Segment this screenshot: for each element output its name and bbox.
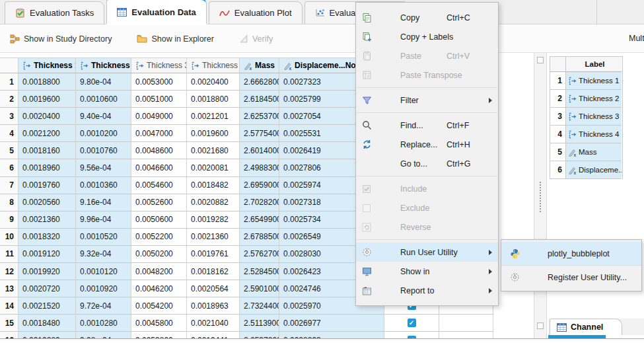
cell[interactable]: 0.0052600 [131, 194, 187, 211]
row-number[interactable]: 1 [0, 73, 18, 91]
column-header-thickness-4[interactable]: Thickness 4 [187, 58, 240, 73]
row-number[interactable]: 9 [0, 211, 18, 229]
cell[interactable]: 9.16e-04 [76, 194, 131, 211]
row-number[interactable]: 6 [0, 159, 18, 176]
cell[interactable]: 9.56e-04 [76, 159, 131, 176]
empty-cell[interactable] [439, 332, 493, 338]
cell[interactable]: 9.32e-04 [76, 246, 131, 263]
label-cell-displaceme[interactable]: xDisplaceme... [566, 161, 622, 179]
empty-cell[interactable] [439, 315, 493, 332]
menu-item-exclude[interactable]: Exclude [356, 198, 498, 217]
cell[interactable]: 0.0020560 [18, 194, 76, 211]
cell[interactable]: 0.0019441 [187, 332, 240, 338]
row-number[interactable]: 3 [0, 108, 18, 125]
cell[interactable]: 9.40e-04 [76, 108, 131, 125]
cell[interactable]: 0.0018160 [18, 142, 76, 159]
cell[interactable]: 0.0010920 [76, 280, 131, 297]
cell[interactable]: 0.0010760 [76, 142, 131, 159]
cell[interactable]: 0.0019120 [18, 246, 76, 263]
row-number[interactable]: 14 [0, 297, 18, 315]
label-cell-thickness-1[interactable]: Thickness 1 [566, 72, 622, 90]
cell[interactable]: 2.6014000 [240, 142, 279, 159]
cell[interactable]: 0.0021200 [18, 125, 76, 142]
label-corner-cell[interactable] [550, 57, 566, 72]
column-header-mass[interactable]: xMass [240, 58, 279, 73]
tab-evaluation-plot[interactable]: Evaluation Plot [209, 1, 303, 24]
cell[interactable]: 0.0018800 [187, 91, 240, 108]
label-cell-thickness-4[interactable]: Thickness 4 [566, 126, 622, 143]
menu-item-copy[interactable]: CopyCtrl+C [356, 8, 498, 27]
cell[interactable]: 0.0018162 [187, 263, 240, 280]
cell[interactable]: 0.0010360 [76, 177, 131, 194]
cell[interactable]: 0.0020400 [18, 108, 76, 125]
cell[interactable]: 0.0019600 [187, 125, 240, 142]
label-cell-thickness-3[interactable]: Thickness 3 [566, 108, 622, 126]
cell[interactable]: 0.0053000 [131, 73, 187, 91]
cell[interactable]: 2.6184500 [240, 91, 279, 108]
label-row-number[interactable]: 6 [550, 161, 566, 179]
menu-item-find[interactable]: Find...Ctrl+F [356, 116, 498, 135]
row-number[interactable]: 15 [0, 315, 18, 332]
label-row-number[interactable]: 4 [550, 126, 566, 143]
cell[interactable]: 2.7324400 [240, 297, 279, 315]
cell[interactable]: 0.0019282 [187, 211, 240, 229]
submenu-item-plotly-bubbleplot[interactable]: plotly_bubbleplot [501, 242, 641, 265]
cell[interactable]: 0.0047000 [131, 125, 187, 142]
corner-header-cell[interactable] [0, 58, 18, 73]
cell[interactable]: 2.6549900 [240, 211, 279, 229]
menu-item-report-to[interactable]: Report to [356, 281, 498, 300]
menu-item-paste-transpose[interactable]: Paste Transpose [356, 65, 498, 85]
submenu-item-register-user-utility[interactable]: Register User Utility... [501, 265, 641, 289]
cell[interactable]: 2.6788500 [240, 229, 279, 246]
cell[interactable]: 0.0018960 [18, 159, 76, 176]
cell[interactable]: 2.6662800 [240, 73, 279, 91]
cell[interactable]: 0.0054600 [131, 177, 187, 194]
tab-channel[interactable]: Channel [550, 319, 622, 335]
cell[interactable]: 0.0018800 [18, 73, 76, 91]
cell[interactable]: 0.0018963 [187, 297, 240, 315]
cell[interactable]: 0.0045800 [131, 315, 187, 332]
menu-item-run-user-utility[interactable]: Run User Utility [356, 243, 498, 262]
cell[interactable]: 0.0019920 [18, 263, 76, 280]
cell[interactable]: 0.0051000 [131, 91, 187, 108]
show-in-study-directory-button[interactable]: Show in Study Directory [10, 34, 112, 44]
cell[interactable]: 0.0021201 [187, 108, 240, 125]
menu-item-reverse[interactable]: Reverse [356, 217, 498, 237]
row-number[interactable]: 10 [0, 229, 18, 246]
menu-item-filter[interactable]: Filter [356, 91, 498, 110]
cell[interactable]: 0.0018482 [187, 177, 240, 194]
menu-item-show-in[interactable]: Show in [356, 262, 498, 281]
row-number[interactable]: 5 [0, 142, 18, 159]
vertical-splitter[interactable] [534, 53, 547, 343]
cell[interactable]: 2.5775400 [240, 125, 279, 142]
verify-button[interactable]: Verify [239, 34, 273, 44]
cell[interactable]: 0.0048600 [131, 142, 187, 159]
splitter-collapse-button-top[interactable] [537, 57, 544, 63]
label-cell-mass[interactable]: xMass [566, 143, 622, 161]
cell[interactable]: 2.5284500 [240, 263, 279, 280]
cell[interactable]: 9.08e-04 [76, 332, 131, 338]
cell[interactable]: 0.0054200 [131, 297, 187, 315]
label-row-number[interactable]: 1 [550, 72, 566, 90]
cell[interactable]: 0.0020564 [187, 280, 240, 297]
label-column-header[interactable]: Label [566, 57, 622, 72]
tab-evaluation-tasks[interactable]: Evaluation Tasks [5, 1, 104, 24]
cell[interactable]: 0.0010120 [76, 263, 131, 280]
column-header-thickness-3[interactable]: Thickness 3 [131, 58, 187, 73]
cell[interactable]: 0.0021360 [187, 229, 240, 246]
cell[interactable]: 0.0052200 [131, 229, 187, 246]
tab-evaluation-data[interactable]: Evaluation Data [106, 0, 207, 24]
cell[interactable]: 0.0026977 [279, 315, 384, 332]
row-number[interactable]: 11 [0, 246, 18, 263]
cell[interactable]: 0.0019760 [18, 177, 76, 194]
cell[interactable]: 2.6253700 [240, 108, 279, 125]
cell[interactable]: 0.0021360 [18, 211, 76, 229]
menu-item-replace[interactable]: Replace...Ctrl+H [356, 135, 498, 154]
menu-item-paste[interactable]: PasteCtrl+V [356, 46, 498, 65]
include-checkbox[interactable]: ✓ [408, 319, 416, 327]
cell[interactable]: 2.5901000 [240, 280, 279, 297]
label-row-number[interactable]: 5 [550, 143, 566, 161]
cell[interactable]: 0.0019761 [187, 246, 240, 263]
menu-item-include[interactable]: Include [356, 179, 498, 198]
row-number[interactable]: 16 [0, 332, 18, 338]
